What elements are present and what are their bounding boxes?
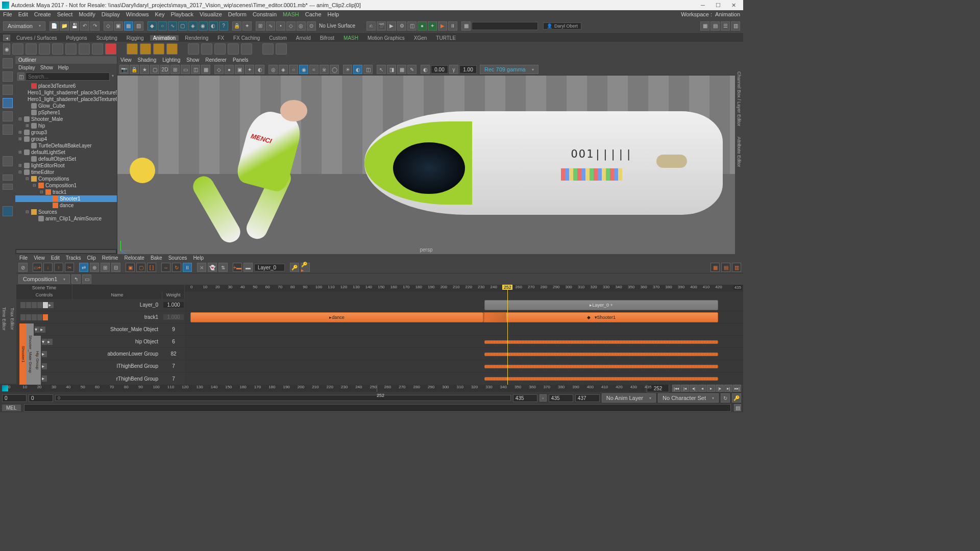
tab-time-editor[interactable]: Time Editor: [2, 307, 7, 331]
vp-exposure-field[interactable]: [431, 65, 448, 73]
vp-menu-renderer[interactable]: Renderer: [205, 57, 227, 63]
shelf-lattice-icon[interactable]: [228, 43, 239, 55]
vp-menu-lighting[interactable]: Lighting: [162, 57, 180, 63]
outliner-item[interactable]: ⊞hip: [15, 122, 117, 129]
step-forward-key-icon[interactable]: ▸|: [724, 385, 732, 392]
shelf-parent-icon[interactable]: [127, 43, 138, 55]
vp-gamma-field[interactable]: [459, 65, 477, 73]
te-ungroup-icon[interactable]: ▢: [136, 263, 145, 272]
snap-live-icon[interactable]: ◎: [297, 21, 306, 31]
te-split-icon[interactable]: ✂: [65, 263, 74, 272]
shelf-tab-rendering[interactable]: Rendering: [182, 35, 211, 41]
outliner-item[interactable]: ⊞group4: [15, 136, 117, 142]
vp-2d-icon[interactable]: 2D: [160, 65, 169, 74]
shelf-unghost-icon[interactable]: [79, 43, 90, 55]
te-comp-up-icon[interactable]: ↰: [71, 274, 81, 284]
command-input[interactable]: [472, 22, 538, 30]
te-snap2-icon[interactable]: ⊞: [101, 263, 110, 272]
range-start-inner[interactable]: 0: [29, 394, 53, 402]
tab-attribute-editor[interactable]: Attribute Editor: [737, 132, 742, 172]
shelf-tab-fxcaching[interactable]: FX Caching: [230, 35, 263, 41]
outliner-item[interactable]: place3dTexture6: [15, 83, 117, 89]
te-menu-retime[interactable]: Retime: [102, 255, 118, 261]
mask-render-icon[interactable]: ◐: [209, 21, 218, 31]
scale-tool-icon[interactable]: [3, 124, 13, 135]
vp-menu-view[interactable]: View: [120, 57, 132, 63]
shelf-blend-icon[interactable]: [241, 43, 252, 55]
shelf-cluster-icon[interactable]: [214, 43, 226, 55]
vp-wireframe-icon[interactable]: ◇: [214, 65, 224, 74]
goto-end-icon[interactable]: ▸▸|: [733, 385, 741, 392]
menu-modify[interactable]: Modify: [79, 11, 95, 17]
te-keyframes-lthigh[interactable]: [484, 365, 718, 368]
vp-film-gate-icon[interactable]: ▭: [181, 65, 190, 74]
layout-single-icon[interactable]: [3, 174, 13, 181]
vp-multisample-icon[interactable]: ※: [320, 65, 329, 74]
shelf-tab-curves[interactable]: Curves / Surfaces: [13, 35, 60, 41]
last-tool-icon[interactable]: [3, 156, 13, 166]
highlight-icon[interactable]: ✦: [242, 21, 252, 31]
vp-xray-joints-icon[interactable]: ○: [289, 65, 298, 74]
vp-toggle-icon[interactable]: ◨: [387, 65, 396, 74]
outliner-filter-icon[interactable]: ◫: [17, 72, 24, 81]
te-comp-new-icon[interactable]: ▭: [82, 274, 91, 284]
outliner-item[interactable]: anim_Clip1_AnimSource: [15, 215, 117, 222]
te-ghost-icon[interactable]: 👻: [208, 263, 217, 272]
shelf-tab-rigging[interactable]: Rigging: [124, 35, 147, 41]
te-menu-edit[interactable]: Edit: [51, 255, 60, 261]
te-menu-help[interactable]: Help: [193, 255, 204, 261]
snap-point-icon[interactable]: •: [276, 21, 285, 31]
te-layer-dd-icon[interactable]: ▬: [243, 263, 253, 272]
menu-constrain[interactable]: Constrain: [253, 11, 277, 17]
te-scale-icon[interactable]: ↔: [161, 263, 170, 272]
command-line-input[interactable]: [24, 404, 731, 412]
te-composition-dropdown[interactable]: Composition1: [18, 274, 70, 284]
viewport-canvas[interactable]: OO1||||| MENCI persp: [117, 76, 735, 254]
select-tool-icon[interactable]: [3, 58, 13, 68]
range-fps[interactable]: 437: [575, 394, 600, 402]
workspace-value[interactable]: Animation: [715, 11, 740, 17]
te-import-icon[interactable]: ↓: [43, 263, 53, 272]
range-end-inner[interactable]: 435: [513, 394, 537, 402]
shelf-setkey-icon[interactable]: [12, 43, 23, 55]
vp-expose-icon[interactable]: ▦: [397, 65, 406, 74]
shelf-tab-animation[interactable]: Animation: [150, 35, 179, 41]
vp-isolate-icon[interactable]: ◎: [268, 65, 278, 74]
te-menu-tracks[interactable]: Tracks: [66, 255, 81, 261]
menu-cache[interactable]: Cache: [305, 11, 322, 17]
shelf-tab-turtle[interactable]: TURTLE: [433, 35, 459, 41]
range-end-outer[interactable]: 435: [549, 394, 573, 402]
vp-bookmark-icon[interactable]: ★: [140, 65, 149, 74]
shelf-tab-xgen[interactable]: XGen: [411, 35, 430, 41]
mask-curve-icon[interactable]: ∿: [168, 21, 177, 31]
undo-icon[interactable]: ↶: [80, 21, 89, 31]
snap-toggle-icon[interactable]: ⊙: [307, 21, 316, 31]
vp-menu-shading[interactable]: Shading: [138, 57, 157, 63]
outliner-menu-show[interactable]: Show: [40, 65, 53, 70]
te-group-shootermale[interactable]: Shooter_Male Group: [27, 323, 34, 385]
light-icon[interactable]: ✦: [428, 21, 437, 31]
te-track-layer0[interactable]: ▸ Layer_0 1.000: [19, 299, 185, 311]
step-back-icon[interactable]: ◂|: [690, 385, 698, 392]
timeslider-playhead[interactable]: 252: [377, 385, 377, 392]
layout-four-icon[interactable]: [3, 184, 13, 190]
menu-select[interactable]: Select: [57, 11, 73, 17]
open-scene-icon[interactable]: 📁: [60, 21, 69, 31]
outliner-item[interactable]: Glow_Cube: [15, 103, 117, 109]
te-view1-icon[interactable]: ▦: [710, 263, 720, 272]
te-timeline[interactable]: 435 010203040506070809010011012013014015…: [185, 285, 743, 385]
shelf-quickrig-icon[interactable]: [276, 43, 287, 55]
module-selector[interactable]: Animation: [3, 21, 45, 31]
outliner-item[interactable]: ⊞group3: [15, 129, 117, 136]
menu-display[interactable]: Display: [102, 11, 120, 17]
shelf-point-icon[interactable]: [140, 43, 151, 55]
te-ripple-icon[interactable]: ⇄: [79, 263, 88, 272]
te-snap3-icon[interactable]: ⊟: [111, 263, 120, 272]
shelf-tab-arnold[interactable]: Arnold: [293, 35, 314, 41]
te-crossfade-icon[interactable]: ⤬: [197, 263, 206, 272]
te-key-icon[interactable]: 🔑: [290, 263, 299, 272]
lock-icon[interactable]: 🔒: [232, 21, 241, 31]
menu-mash[interactable]: MASH: [283, 11, 299, 17]
render-settings-icon[interactable]: ⚙: [397, 21, 406, 31]
move-tool-icon[interactable]: [3, 98, 13, 108]
